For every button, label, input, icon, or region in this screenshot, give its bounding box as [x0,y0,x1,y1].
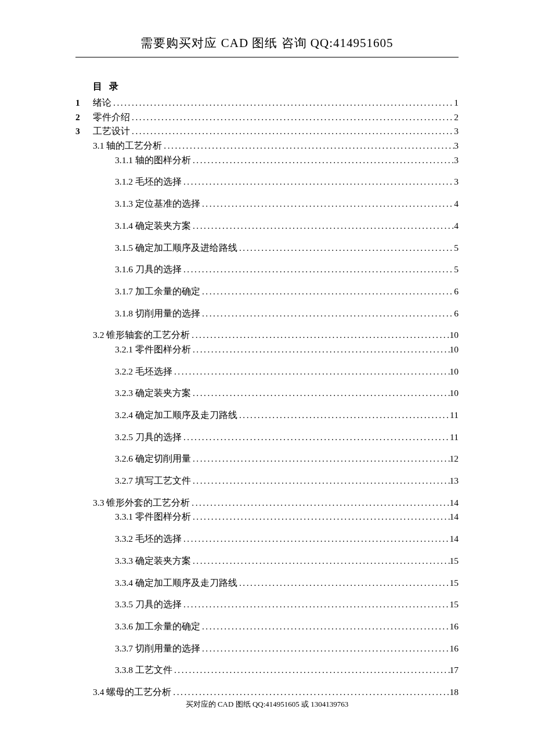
toc-entry-label: 3.3.5 刀具的选择 [115,598,182,611]
toc-entry: 3.1.4 确定装夹方案 4 [75,219,459,232]
toc-entry-label: 3.2 锥形轴套的工艺分析 [93,329,190,341]
toc-entry-label: 3.2.3 确定装夹方案 [115,387,191,399]
toc-entry: 3.2.2 毛坯选择 10 [75,365,459,378]
toc-entry: 3.3.1 零件图样分析 14 [75,510,459,523]
toc-entry-label: 3.3.8 工艺文件 [115,664,172,676]
toc-entry-label: 零件介绍 [93,111,130,124]
toc-page-number: 10 [450,387,459,399]
toc-leader-dots [130,111,454,124]
toc-page-number: 13 [450,474,459,487]
toc-entry-label: 3.2.2 毛坯选择 [115,365,172,378]
toc-entry: 3.1.6 刀具的选择 5 [75,263,459,276]
toc-entry: 3.2.6 确定切削用量 12 [75,452,459,465]
toc-leader-dots [130,125,454,138]
toc-leader-dots [237,577,450,589]
toc-page-number: 4 [454,219,459,232]
toc-entry-label: 3.2.5 刀具的选择 [115,431,182,444]
toc-leader-dots [190,496,449,509]
toc-leader-dots [191,343,450,356]
toc-chapter-number: 2 [75,111,93,124]
toc-page-number: 11 [450,409,459,422]
toc-chapter-number: 1 [75,96,93,109]
toc-entry-label: 3.4 螺母的工艺分析 [93,686,171,699]
toc-leader-dots [182,532,450,545]
toc-entry-label: 3.3.6 加工余量的确定 [115,620,200,633]
toc-page-number: 3 [454,125,459,138]
toc-entry: 3.1 轴的工艺分析 3 [75,139,459,152]
toc-entry-label: 3.2.6 确定切削用量 [115,452,191,465]
toc-entry-label: 3.1.8 切削用量的选择 [115,307,200,320]
toc-entry: 3.3.5 刀具的选择 15 [75,598,459,611]
toc-page-number: 3 [454,175,459,188]
toc-entry-label: 3.2.1 零件图样分析 [115,343,191,356]
toc-entry-label: 3.2.4 确定加工顺序及走刀路线 [115,409,237,422]
toc-entry-label: 3.3.4 确定加工顺序及走刀路线 [115,577,237,589]
toc-leader-dots [191,154,454,167]
toc-leader-dots [182,175,454,188]
toc-entry-label: 3.1.4 确定装夹方案 [115,219,191,232]
toc-page-number: 16 [450,620,459,633]
toc-page-number: 5 [454,263,459,276]
toc-page-number: 3 [454,154,459,167]
table-of-contents: 1绪论 12零件介绍 23工艺设计 33.1 轴的工艺分析 33.1.1 轴的图… [75,96,459,699]
toc-entry: 3.1.8 切削用量的选择 6 [75,307,459,320]
toc-leader-dots [200,307,454,320]
toc-entry: 3.2.7 填写工艺文件 13 [75,474,459,487]
toc-page-number: 15 [450,577,459,589]
toc-leader-dots [172,365,450,378]
toc-entry-label: 工艺设计 [93,125,130,138]
toc-entry: 3.1.5 确定加工顺序及进给路线 5 [75,242,459,254]
toc-entry-label: 3.1.3 定位基准的选择 [115,197,200,210]
toc-entry: 3工艺设计 3 [75,125,459,138]
toc-page-number: 14 [450,532,459,545]
toc-entry-label: 3.1.2 毛坯的选择 [115,175,182,188]
toc-page-number: 1 [454,96,459,109]
toc-leader-dots [172,664,450,676]
toc-chapter-number: 3 [75,125,93,138]
toc-entry-label: 3.3.1 零件图样分析 [115,510,191,523]
toc-entry: 3.1.1 轴的图样分析 3 [75,154,459,167]
toc-leader-dots [182,598,450,611]
toc-leader-dots [191,474,450,487]
toc-leader-dots [162,139,454,152]
toc-entry: 3.2.4 确定加工顺序及走刀路线 11 [75,409,459,422]
toc-entry: 3.1.3 定位基准的选择 4 [75,197,459,210]
toc-leader-dots [191,555,450,567]
document-page: 需要购买对应 CAD 图纸 咨询 QQ:414951605 目 录 1绪论 12… [0,0,534,723]
toc-entry-label: 3.1.5 确定加工顺序及进给路线 [115,242,237,254]
toc-entry: 3.3.2 毛坯的选择 14 [75,532,459,545]
toc-entry: 1绪论 1 [75,96,459,109]
toc-page-number: 15 [450,555,459,567]
toc-entry: 3.3.8 工艺文件 17 [75,664,459,676]
toc-page-number: 14 [450,496,459,509]
toc-entry-label: 3.1.1 轴的图样分析 [115,154,191,167]
toc-page-number: 4 [454,197,459,210]
toc-page-number: 6 [454,285,459,298]
toc-entry: 3.1.7 加工余量的确定 6 [75,285,459,298]
toc-page-number: 15 [450,598,459,611]
toc-entry: 3.3.6 加工余量的确定 16 [75,620,459,633]
toc-leader-dots [200,285,454,298]
toc-entry-label: 3.1.6 刀具的选择 [115,263,182,276]
toc-page-number: 5 [454,242,459,254]
toc-page-number: 16 [450,642,459,655]
toc-leader-dots [237,242,454,254]
toc-entry-label: 绪论 [93,96,111,109]
toc-entry-label: 3.1 轴的工艺分析 [93,139,162,152]
toc-entry: 3.2 锥形轴套的工艺分析 10 [75,329,459,341]
toc-leader-dots [190,329,449,341]
toc-leader-dots [171,686,449,699]
toc-entry-label: 3.2.7 填写工艺文件 [115,474,191,487]
toc-entry: 3.4 螺母的工艺分析 18 [75,686,459,699]
toc-page-number: 18 [450,686,459,699]
toc-page-number: 10 [450,343,459,356]
toc-leader-dots [200,642,450,655]
toc-page-number: 14 [450,510,459,523]
toc-leader-dots [200,620,450,633]
toc-entry: 3.2.5 刀具的选择 11 [75,431,459,444]
toc-leader-dots [111,96,454,109]
toc-leader-dots [182,431,450,444]
toc-page-number: 12 [450,452,459,465]
page-header: 需要购买对应 CAD 图纸 咨询 QQ:414951605 [75,35,459,57]
toc-page-number: 17 [450,664,459,676]
